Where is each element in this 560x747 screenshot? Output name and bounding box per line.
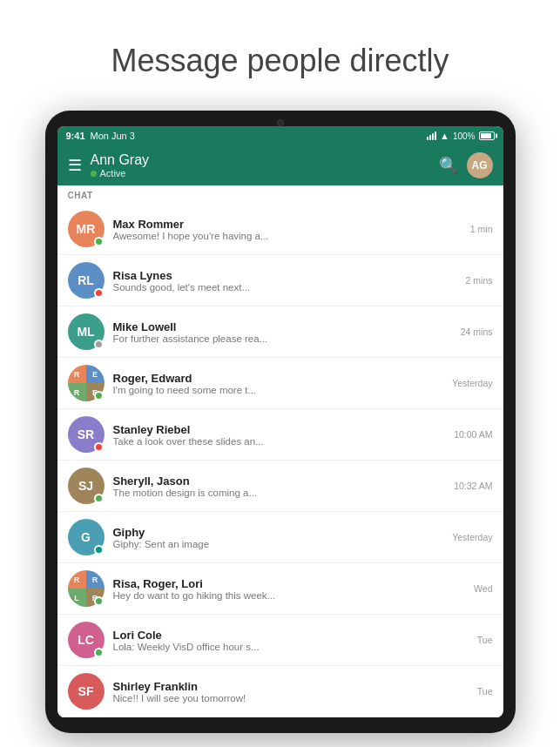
- chat-preview: I'm going to need some more t...: [113, 385, 446, 395]
- chat-name: Shirley Franklin: [113, 680, 470, 693]
- chat-preview: Lola: Weekly VisD office hour s...: [113, 642, 470, 652]
- chat-name: Giphy: [113, 526, 446, 539]
- avatar-wrap: SR: [68, 416, 105, 453]
- header-right: 🔍 AG: [439, 152, 493, 178]
- avatar-wrap: LC: [68, 622, 105, 658]
- chat-item[interactable]: SRStanley RiebelTake a look over these s…: [57, 409, 503, 461]
- status-bar: 9:41 Mon Jun 3 ▲ 100%: [57, 126, 503, 145]
- avatar-wrap: SF: [68, 673, 105, 710]
- chat-name: Stanley Riebel: [113, 423, 448, 436]
- chat-list: MRMax RommerAwesome! I hope you're havin…: [57, 204, 503, 717]
- chat-name: Roger, Edward: [113, 372, 446, 385]
- status-indicator: [94, 288, 104, 298]
- chat-preview: Nice!! I will see you tomorrow!: [113, 693, 470, 703]
- page-hero-title: Message people directly: [76, 0, 483, 111]
- chat-item[interactable]: LCLori ColeLola: Weekly VisD office hour…: [57, 615, 503, 666]
- status-indicator: [94, 340, 104, 349]
- chat-item[interactable]: RERERoger, EdwardI'm going to need some …: [57, 358, 503, 409]
- status-indicator: [94, 391, 104, 400]
- active-status-dot: [91, 171, 97, 177]
- chat-time: 10:32 AM: [454, 481, 492, 491]
- chat-content: Mike LowellFor further assistance please…: [113, 320, 454, 344]
- avatar-wrap: RL: [68, 262, 105, 299]
- chat-preview: Hey do want to go hiking this week...: [113, 590, 468, 601]
- device-camera: [277, 119, 284, 126]
- chat-time: Tue: [477, 686, 493, 697]
- chat-preview: Giphy: Sent an image: [113, 539, 446, 549]
- battery-label: 100%: [453, 131, 476, 141]
- chat-time: Yesterday: [452, 532, 492, 542]
- chat-preview: Awesome! I hope you're having a...: [113, 231, 463, 241]
- chat-content: Shirley FranklinNice!! I will see you to…: [113, 680, 470, 703]
- chat-preview: Take a look over these slides an...: [113, 436, 448, 447]
- menu-button[interactable]: ☰: [68, 156, 82, 175]
- status-indicator: [94, 494, 104, 503]
- chat-time: Tue: [477, 635, 493, 645]
- chat-content: Stanley RiebelTake a look over these sli…: [113, 423, 448, 447]
- status-right: ▲ 100%: [427, 131, 494, 141]
- chat-preview: For further assistance please rea...: [113, 333, 454, 344]
- avatar-wrap: SJ: [68, 468, 105, 504]
- chat-preview: The motion design is coming a...: [113, 488, 448, 498]
- chat-time: Wed: [474, 583, 492, 594]
- status-indicator: [94, 648, 104, 657]
- status-indicator: [94, 545, 104, 555]
- status-indicator: [94, 596, 104, 606]
- chat-content: GiphyGiphy: Sent an image: [113, 526, 446, 549]
- active-status-text: Active: [100, 168, 126, 178]
- chat-content: Risa LynesSounds good, let's meet next..…: [113, 269, 459, 293]
- status-time: 9:41: [66, 131, 85, 141]
- chat-item[interactable]: SFShirley FranklinNice!! I will see you …: [57, 666, 503, 717]
- device-frame: 9:41 Mon Jun 3 ▲ 100% ☰: [45, 111, 516, 733]
- avatar-wrap: ML: [68, 313, 105, 350]
- header-status: Active: [91, 168, 150, 178]
- chat-preview: Sounds good, let's meet next...: [113, 282, 459, 293]
- chat-name: Risa Lynes: [113, 269, 459, 282]
- status-indicator: [94, 442, 104, 452]
- chat-content: Sheryll, JasonThe motion design is comin…: [113, 474, 448, 498]
- chat-item[interactable]: MRMax RommerAwesome! I hope you're havin…: [57, 204, 503, 255]
- chat-name: Lori Cole: [113, 629, 470, 642]
- header-name: Ann Gray: [91, 152, 150, 168]
- wifi-icon: ▲: [440, 131, 449, 141]
- header-title-section: Ann Gray Active: [91, 152, 150, 178]
- chat-name: Risa, Roger, Lori: [113, 577, 468, 590]
- chat-name: Max Rommer: [113, 218, 463, 231]
- app-header: ☰ Ann Gray Active 🔍 AG: [57, 145, 503, 185]
- avatar-wrap: MR: [68, 211, 105, 247]
- avatar-wrap: RRLR: [68, 570, 105, 607]
- battery-icon: [479, 131, 495, 140]
- chat-item[interactable]: GGiphyGiphy: Sent an imageYesterday: [57, 512, 503, 563]
- chat-name: Mike Lowell: [113, 320, 454, 333]
- chat-item[interactable]: RRLRRisa, Roger, LoriHey do want to go h…: [57, 563, 503, 615]
- chat-time: 2 mins: [466, 275, 493, 286]
- chat-content: Risa, Roger, LoriHey do want to go hikin…: [113, 577, 468, 601]
- chat-item[interactable]: RLRisa LynesSounds good, let's meet next…: [57, 255, 503, 306]
- avatar: SF: [68, 673, 105, 710]
- avatar-wrap: RERE: [68, 365, 105, 401]
- chat-item[interactable]: SJSheryll, JasonThe motion design is com…: [57, 461, 503, 512]
- avatar-wrap: G: [68, 519, 105, 555]
- header-avatar[interactable]: AG: [467, 152, 493, 178]
- chat-time: Yesterday: [452, 378, 492, 388]
- chat-time: 24 mins: [461, 326, 493, 337]
- app-screen: 9:41 Mon Jun 3 ▲ 100% ☰: [57, 126, 503, 717]
- signal-icon: [427, 131, 436, 140]
- section-label: CHAT: [57, 185, 503, 204]
- status-date: Mon Jun 3: [91, 131, 135, 141]
- chat-item[interactable]: MLMike LowellFor further assistance plea…: [57, 306, 503, 358]
- search-button[interactable]: 🔍: [439, 156, 458, 175]
- chat-time: 1 min: [470, 224, 493, 234]
- chat-name: Sheryll, Jason: [113, 474, 448, 488]
- header-left: ☰ Ann Gray Active: [68, 152, 150, 178]
- status-indicator: [94, 237, 104, 246]
- chat-time: 10:00 AM: [454, 429, 492, 440]
- chat-content: Roger, EdwardI'm going to need some more…: [113, 372, 446, 395]
- chat-content: Max RommerAwesome! I hope you're having …: [113, 218, 463, 241]
- chat-content: Lori ColeLola: Weekly VisD office hour s…: [113, 629, 470, 652]
